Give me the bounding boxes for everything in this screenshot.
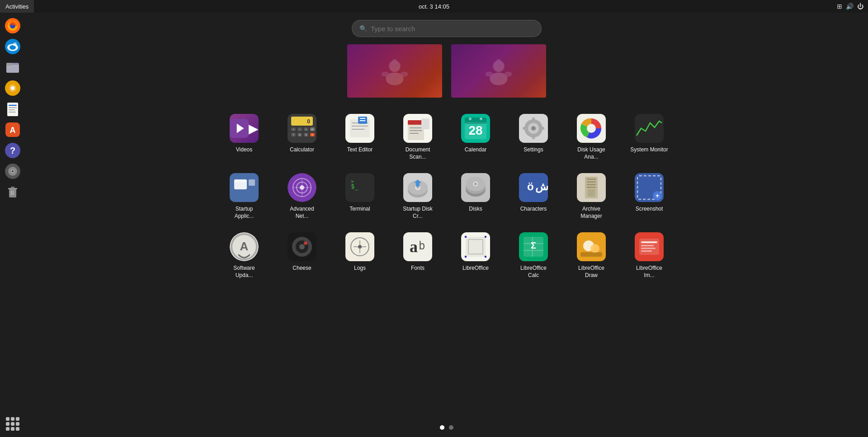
svg-text:ش: ش bbox=[535, 180, 548, 193]
svg-text:?: ? bbox=[10, 146, 15, 155]
svg-rect-98 bbox=[249, 179, 255, 186]
app-label-calculator: Calculator bbox=[290, 146, 314, 154]
svg-text:a: a bbox=[410, 238, 418, 256]
sidebar-item-writer[interactable] bbox=[3, 99, 22, 118]
svg-text:7: 7 bbox=[292, 133, 294, 136]
sidebar-item-firefox[interactable] bbox=[3, 16, 22, 35]
app-label-sysmonitor: System Monitor bbox=[630, 146, 668, 154]
svg-text:8: 8 bbox=[299, 133, 301, 136]
svg-point-112 bbox=[417, 187, 419, 188]
app-label-screenshot: Screenshot bbox=[636, 206, 663, 213]
app-item-libreofficedraw[interactable]: LibreOffice Draw bbox=[569, 229, 614, 282]
app-item-libreoffice[interactable]: LibreOffice bbox=[453, 229, 498, 282]
app-item-archivemanager[interactable]: Archive Manager bbox=[569, 169, 614, 223]
svg-point-93 bbox=[587, 124, 596, 133]
svg-point-140 bbox=[299, 244, 305, 249]
show-apps-button[interactable] bbox=[3, 414, 22, 433]
svg-rect-97 bbox=[234, 179, 247, 182]
search-bar[interactable]: 🔍 bbox=[352, 20, 542, 37]
svg-point-164 bbox=[590, 244, 599, 253]
app-item-disks[interactable]: Disks bbox=[453, 169, 498, 223]
sidebar-item-optical[interactable] bbox=[3, 162, 22, 181]
app-item-calendar[interactable]: 28 Calendar bbox=[453, 110, 498, 164]
app-item-screenshot[interactable]: + Screenshot bbox=[627, 169, 672, 223]
app-item-characters[interactable]: ö ش Characters bbox=[511, 169, 556, 223]
power-icon[interactable]: ⏻ bbox=[857, 3, 863, 10]
svg-text:>: > bbox=[351, 179, 354, 184]
sidebar-item-trash[interactable] bbox=[3, 183, 22, 202]
svg-rect-127 bbox=[587, 184, 596, 185]
svg-text:÷: ÷ bbox=[311, 128, 313, 131]
app-item-terminal[interactable]: $_ > Terminal bbox=[337, 169, 382, 223]
app-item-texteditor[interactable]: Text Editor bbox=[337, 110, 382, 164]
sidebar-item-files[interactable] bbox=[3, 58, 22, 77]
app-item-libreofficeim[interactable]: LibreOffice Im... bbox=[627, 229, 672, 282]
svg-rect-128 bbox=[587, 187, 596, 188]
svg-rect-105 bbox=[345, 173, 374, 202]
app-row-3: A Software Upda... Cheese bbox=[222, 229, 672, 282]
app-item-docscanner[interactable]: Document Scan... bbox=[395, 110, 440, 164]
app-label-libreofficedraw: LibreOffice Draw bbox=[572, 265, 610, 279]
svg-rect-152 bbox=[465, 236, 467, 238]
app-label-fonts: Fonts bbox=[411, 265, 425, 272]
app-item-diskusage[interactable]: Disk Usage Ana... bbox=[569, 110, 614, 164]
svg-rect-155 bbox=[485, 256, 486, 258]
app-item-softwareupdate[interactable]: A Software Upda... bbox=[222, 229, 267, 282]
svg-text:=: = bbox=[311, 133, 314, 137]
svg-rect-129 bbox=[588, 189, 595, 197]
app-item-advancednet[interactable]: Advanced Net... bbox=[279, 169, 325, 223]
svg-rect-171 bbox=[641, 250, 652, 252]
sidebar-item-appstore[interactable]: A bbox=[3, 120, 22, 139]
svg-rect-28 bbox=[11, 187, 14, 188]
volume-icon[interactable]: 🔊 bbox=[846, 3, 854, 10]
app-item-startupdisk[interactable]: Startup Disk Cr... bbox=[395, 169, 440, 223]
app-item-logs[interactable]: Logs bbox=[337, 229, 382, 282]
svg-point-25 bbox=[12, 170, 14, 172]
svg-text:A: A bbox=[240, 240, 249, 253]
svg-rect-169 bbox=[641, 245, 654, 246]
workspace-thumb-2[interactable] bbox=[451, 44, 546, 98]
svg-rect-147 bbox=[403, 232, 432, 261]
sidebar-item-thunderbird[interactable] bbox=[3, 37, 22, 56]
activities-button[interactable]: Activities bbox=[0, 0, 34, 13]
app-label-diskusage: Disk Usage Ana... bbox=[572, 146, 610, 160]
search-input[interactable] bbox=[371, 25, 534, 33]
svg-text:b: b bbox=[419, 240, 425, 252]
svg-rect-73 bbox=[410, 127, 422, 128]
app-label-libreofficecalc: LibreOffice Calc bbox=[514, 265, 552, 279]
svg-point-40 bbox=[505, 71, 512, 76]
svg-rect-89 bbox=[523, 127, 526, 130]
app-label-cheese: Cheese bbox=[292, 265, 311, 272]
app-item-startupapp[interactable]: Startup Applic... bbox=[222, 169, 267, 223]
app-label-libreofficeim: LibreOffice Im... bbox=[630, 265, 668, 279]
pagination-dots bbox=[440, 425, 453, 430]
svg-point-35 bbox=[401, 71, 408, 76]
app-item-calculator[interactable]: 0 + − × ÷ 7 8 bbox=[279, 110, 325, 164]
svg-text:A: A bbox=[10, 126, 16, 135]
app-item-libreofficecalc[interactable]: Σ LibreOffice Calc bbox=[511, 229, 556, 282]
page-dot-2[interactable] bbox=[449, 425, 453, 430]
svg-text:9: 9 bbox=[305, 133, 307, 136]
app-label-disks: Disks bbox=[469, 206, 482, 213]
svg-rect-16 bbox=[9, 109, 15, 110]
search-icon: 🔍 bbox=[359, 25, 367, 32]
workspace-thumbnails bbox=[347, 44, 546, 98]
svg-rect-168 bbox=[641, 241, 657, 243]
page-dot-1[interactable] bbox=[440, 425, 444, 430]
network-icon[interactable]: ⊞ bbox=[837, 3, 842, 10]
svg-rect-88 bbox=[532, 136, 535, 139]
app-label-softwareupdate: Software Upda... bbox=[225, 265, 263, 279]
app-label-terminal: Terminal bbox=[349, 206, 370, 213]
app-item-videos[interactable]: Videos bbox=[222, 110, 267, 164]
workspace-thumb-1[interactable] bbox=[347, 44, 442, 98]
clock: oct. 3 14:05 bbox=[419, 3, 449, 10]
app-item-fonts[interactable]: a b Fonts bbox=[395, 229, 440, 282]
app-item-settings[interactable]: Settings bbox=[511, 110, 556, 164]
app-item-cheese[interactable]: Cheese bbox=[279, 229, 325, 282]
sidebar-item-help[interactable]: ? bbox=[3, 141, 22, 160]
app-label-settings: Settings bbox=[524, 146, 543, 154]
sidebar-item-rhythmbox[interactable] bbox=[3, 79, 22, 98]
svg-rect-8 bbox=[6, 65, 19, 73]
app-label-characters: Characters bbox=[520, 206, 547, 213]
app-item-sysmonitor[interactable]: System Monitor bbox=[627, 110, 672, 164]
